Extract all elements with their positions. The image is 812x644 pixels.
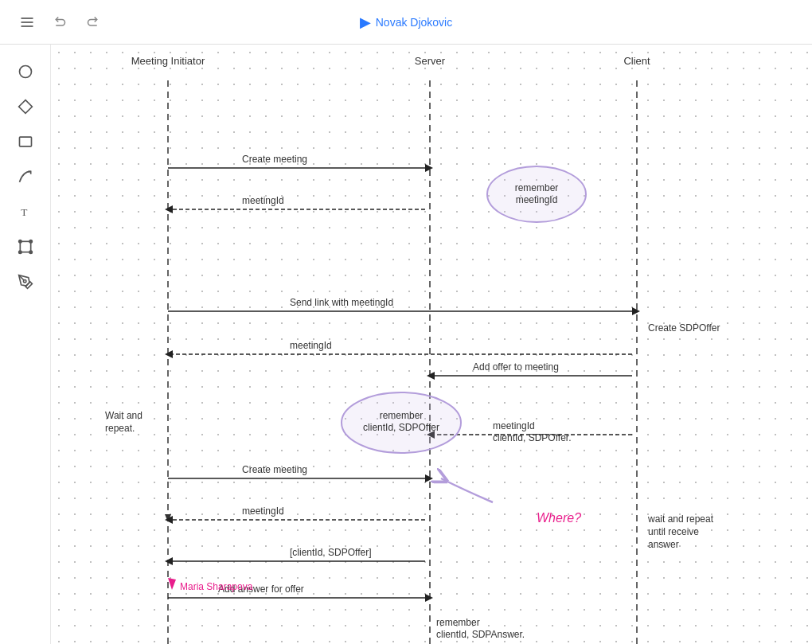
svg-marker-26	[165, 350, 173, 358]
toolbar-center: ▶ Novak Djokovic	[360, 14, 452, 31]
msg-meetingid-2: meetingId	[290, 340, 332, 351]
msg-send-link: Send link with meetingId	[290, 297, 393, 308]
svg-text:clientId, SDPOffer: clientId, SDPOffer	[363, 422, 439, 433]
circle-tool[interactable]	[11, 57, 40, 86]
svg-marker-28	[427, 372, 435, 380]
pen-tool[interactable]	[11, 267, 40, 296]
lifeline-server-label: Server	[415, 55, 446, 67]
svg-text:remember: remember	[380, 410, 424, 421]
svg-marker-47	[168, 578, 176, 590]
svg-text:clientId, SDPAnswer.: clientId, SDPAnswer.	[436, 629, 525, 640]
msg-clientid-sdpoffer-arrow: [clientId, SDPOffer]	[290, 547, 372, 558]
svg-point-10	[18, 251, 21, 253]
redo-button[interactable]	[81, 10, 102, 34]
active-user-name: Novak Djokovic	[376, 16, 452, 29]
text-tool[interactable]: T	[11, 197, 40, 226]
svg-marker-4	[18, 100, 32, 114]
msg-create-sdpoffer: Create SDPOffer	[648, 322, 720, 334]
lifeline-initiator-label: Meeting Initiator	[131, 55, 205, 67]
msg-add-offer: Add offer to meeting	[473, 361, 559, 373]
menu-button[interactable]	[13, 8, 41, 37]
svg-text:meetingId: meetingId	[516, 194, 558, 205]
svg-point-12	[23, 280, 25, 283]
svg-point-9	[29, 240, 32, 243]
canvas[interactable]: Meeting Initiator Server Client Create m…	[51, 45, 812, 644]
rect-tool[interactable]	[11, 127, 40, 156]
msg-meetingid-clientid: meetingId	[493, 420, 535, 431]
where-text: Where?	[537, 511, 581, 525]
svg-text:remember: remember	[515, 182, 559, 193]
msg-remember-clientid: remember	[436, 617, 480, 628]
svg-marker-36	[425, 474, 433, 482]
tool-panel: T	[0, 45, 51, 644]
msg-meetingid-1: meetingId	[242, 195, 284, 206]
cursor-icon: ▶	[360, 14, 371, 31]
msg-clientid-sdpoffer: clientId, SDPOffer.	[493, 432, 572, 443]
msg-create-meeting-2: Create meeting	[242, 464, 307, 475]
svg-point-11	[29, 251, 32, 253]
msg-create-meeting-1: Create meeting	[242, 154, 307, 165]
svg-point-8	[18, 240, 21, 243]
diamond-tool[interactable]	[11, 92, 40, 121]
cursor-maria: Maria Sharapova	[180, 581, 253, 592]
svg-point-3	[19, 66, 31, 78]
svg-text:T: T	[21, 206, 27, 218]
lifeline-client-label: Client	[623, 55, 650, 67]
svg-rect-5	[19, 137, 31, 146]
transform-tool[interactable]	[11, 232, 40, 261]
toolbar: ▶ Novak Djokovic	[0, 0, 812, 45]
path-tool[interactable]	[11, 162, 40, 191]
msg-meetingid-3: meetingId	[242, 505, 284, 517]
wait-repeat-label-2: wait and repeat	[647, 513, 714, 525]
wait-repeat-label-1: Wait and	[105, 410, 142, 421]
svg-marker-45	[425, 594, 433, 602]
svg-rect-7	[20, 241, 30, 252]
diagram-svg: Meeting Initiator Server Client Create m…	[51, 45, 812, 644]
toolbar-left	[13, 8, 102, 37]
svg-marker-24	[632, 307, 640, 315]
svg-text:answer: answer	[648, 539, 679, 550]
svg-text:until receive: until receive	[648, 526, 699, 537]
svg-text:repeat.: repeat.	[105, 423, 135, 434]
undo-button[interactable]	[51, 10, 72, 34]
svg-marker-17	[425, 164, 433, 172]
svg-marker-19	[165, 205, 173, 213]
svg-marker-41	[165, 557, 173, 565]
